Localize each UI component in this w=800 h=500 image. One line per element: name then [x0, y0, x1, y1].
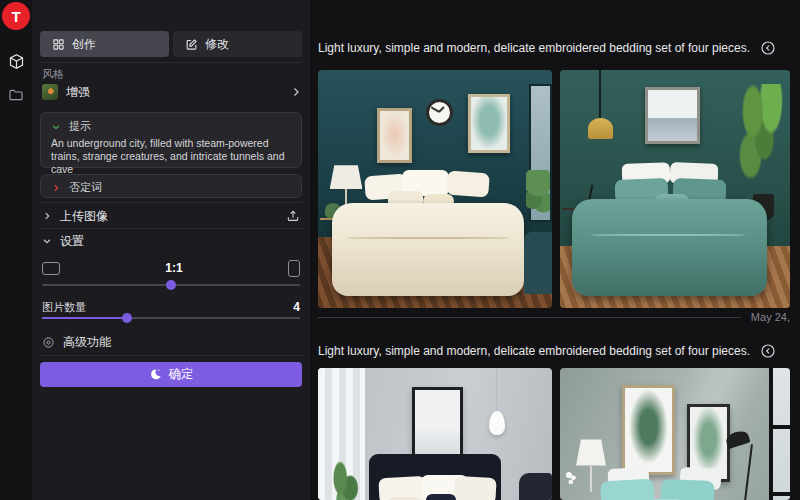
aspect-ratio-value: 1:1 — [68, 261, 280, 275]
negative-card[interactable]: 否定词 — [40, 174, 302, 198]
confirm-button[interactable]: 确定 — [40, 362, 302, 387]
bedroom-photo-cream-gray — [318, 368, 552, 500]
nav-rail: T — [0, 0, 32, 500]
confirm-button-label: 确定 — [169, 366, 194, 383]
negative-label: 否定词 — [69, 180, 102, 195]
tab-modify[interactable]: 修改 — [173, 31, 302, 57]
chevron-right-icon — [51, 183, 61, 193]
generated-image-1[interactable] — [318, 70, 552, 308]
generated-image-2[interactable] — [560, 70, 790, 308]
control-panel: 创作 修改 风格 增强 提示 An underground city, fill… — [32, 0, 310, 500]
divider — [40, 62, 302, 63]
slider-thumb[interactable] — [166, 280, 176, 290]
prompt-text[interactable]: An underground city, filled with steam-p… — [41, 137, 301, 176]
style-selector[interactable]: 增强 — [42, 82, 302, 102]
gallery: Light luxury, simple and modern, delicat… — [310, 0, 800, 500]
slider-thumb[interactable] — [122, 313, 132, 323]
bedroom-photo-cream-teal — [318, 70, 552, 308]
advanced-section[interactable]: 高级功能 — [42, 333, 300, 351]
moon-sparkle-icon — [149, 368, 162, 381]
edit-icon — [185, 38, 198, 51]
bedroom-photo-aqua — [560, 368, 790, 500]
settings-label: 设置 — [60, 233, 84, 250]
aspect-ratio-slider[interactable] — [42, 280, 300, 290]
upload-label: 上传图像 — [60, 208, 278, 225]
grid-icon — [52, 38, 65, 51]
divider — [40, 202, 302, 203]
style-section-label: 风格 — [42, 67, 64, 82]
upload-section[interactable]: 上传图像 — [42, 206, 300, 226]
portrait-ratio-icon[interactable] — [288, 260, 300, 277]
style-value: 增强 — [66, 84, 282, 101]
prompt-card[interactable]: 提示 An underground city, filled with stea… — [40, 112, 302, 168]
generated-image-4[interactable] — [560, 368, 790, 500]
chevron-right-icon — [42, 211, 52, 221]
generation-caption: Light luxury, simple and modern, delicat… — [318, 40, 776, 56]
image-row — [318, 70, 790, 308]
tab-modify-label: 修改 — [205, 36, 229, 53]
divider — [40, 355, 302, 356]
image-count-value: 4 — [293, 300, 300, 314]
caption-text: Light luxury, simple and modern, delicat… — [318, 41, 750, 55]
date-divider: May 24, — [318, 311, 790, 323]
prompt-header[interactable]: 提示 — [41, 113, 301, 137]
negative-header[interactable]: 否定词 — [41, 175, 301, 200]
upload-icon[interactable] — [286, 209, 300, 223]
logo-letter: T — [11, 8, 20, 25]
tab-create[interactable]: 创作 — [40, 31, 169, 57]
image-count-slider[interactable] — [42, 313, 300, 323]
aspect-ratio-row: 1:1 — [42, 258, 300, 278]
chevron-down-icon — [51, 122, 61, 132]
prompt-label: 提示 — [69, 119, 91, 134]
date-label: May 24, — [751, 311, 790, 323]
settings-section[interactable]: 设置 — [42, 232, 300, 250]
bedroom-photo-teal — [560, 70, 790, 308]
generation-caption: Light luxury, simple and modern, delicat… — [318, 343, 776, 359]
image-row — [318, 368, 790, 500]
slider-fill — [42, 317, 127, 319]
caption-text: Light luxury, simple and modern, delicat… — [318, 344, 750, 358]
chevron-down-icon — [42, 236, 52, 246]
reuse-arrow-icon[interactable] — [760, 343, 776, 359]
cube-icon[interactable] — [7, 52, 25, 70]
advanced-label: 高级功能 — [63, 334, 111, 351]
reuse-arrow-icon[interactable] — [760, 40, 776, 56]
generated-image-3[interactable] — [318, 368, 552, 500]
eye-icon — [42, 336, 55, 349]
logo[interactable]: T — [2, 2, 30, 30]
divider — [40, 228, 302, 229]
mode-tabs: 创作 修改 — [40, 31, 302, 57]
style-thumbnail — [42, 84, 58, 100]
tab-create-label: 创作 — [72, 36, 96, 53]
divider-line — [318, 317, 741, 318]
folder-icon[interactable] — [7, 86, 25, 104]
chevron-right-icon — [290, 86, 302, 98]
landscape-ratio-icon[interactable] — [42, 262, 60, 275]
